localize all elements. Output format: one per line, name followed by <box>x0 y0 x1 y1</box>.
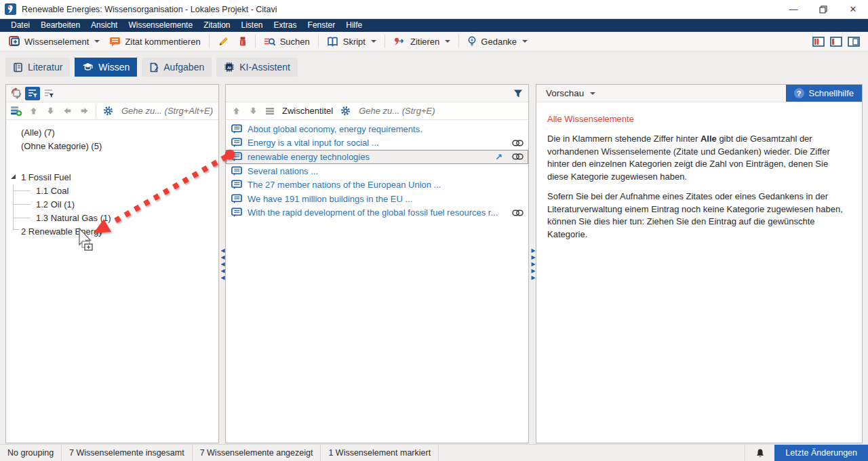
status-shown: 7 Wissenselemente angezeigt <box>193 445 321 461</box>
list-item[interactable]: Several nations ... <box>226 164 528 178</box>
menu-bearbeiten[interactable]: Bearbeiten <box>35 19 85 32</box>
menu-extras[interactable]: Extras <box>269 19 302 32</box>
tab-ki-assistent[interactable]: AI KI-Assistent <box>216 58 298 77</box>
arrow-down-icon <box>46 106 55 115</box>
tree-item-coal[interactable]: 1.1 Coal <box>6 184 218 197</box>
cite-label: Zitieren <box>410 37 439 47</box>
list-item-text: We have 191 million buildings in the EU … <box>248 194 524 204</box>
tree-spacer <box>6 153 218 170</box>
quick-help-label: Schnellhilfe <box>809 88 854 98</box>
search-button[interactable]: Suchen <box>259 35 315 49</box>
move-right-button[interactable] <box>77 104 92 118</box>
new-category-button[interactable] <box>9 104 24 118</box>
status-grouping[interactable]: No grouping <box>0 445 62 461</box>
show-categories-button[interactable] <box>25 87 40 100</box>
quick-help-button[interactable]: ? Schnellhilfe <box>786 85 863 102</box>
toolbar-separator <box>255 35 256 48</box>
graduation-cap-icon <box>82 62 94 72</box>
idea-button[interactable]: Gedanke <box>462 34 532 49</box>
script-label: Skript <box>343 37 366 47</box>
layout-one-pane-icon[interactable] <box>848 37 860 47</box>
list-item-selected[interactable]: renewable energy technologies ↗ <box>226 150 528 164</box>
toolbar-separator <box>458 35 459 48</box>
toolbar-separator <box>384 35 385 48</box>
tree-guide-line <box>13 218 31 218</box>
list-item[interactable]: We have 191 million buildings in the EU … <box>226 192 528 206</box>
tree-expander-icon[interactable] <box>11 174 16 179</box>
tree-item-renewable-energy[interactable]: 2 Renewable Energy <box>6 224 218 238</box>
notifications-button[interactable] <box>745 445 774 461</box>
tree-item-oil[interactable]: 1.2 Oil (1) <box>6 197 218 211</box>
filter-icon[interactable] <box>513 89 523 98</box>
tree-item-natural-gas-label: 1.3 Natural Gas (1) <box>36 213 111 223</box>
layout-two-pane-icon[interactable] <box>830 37 842 47</box>
layout-three-pane-icon[interactable] <box>812 37 825 47</box>
tree-item-natural-gas[interactable]: 1.3 Natural Gas (1) <box>6 211 218 224</box>
script-button[interactable]: Skript <box>322 35 381 49</box>
tree-item-fossil-fuel[interactable]: 1 Fossil Fuel <box>6 170 218 184</box>
tree-item-uncategorized[interactable]: (Ohne Kategorie) (5) <box>6 139 218 153</box>
item-up-button[interactable] <box>229 104 243 118</box>
move-down-button[interactable] <box>43 104 58 118</box>
tree-item-all[interactable]: (Alle) (7) <box>6 125 218 139</box>
menu-listen[interactable]: Listen <box>236 19 269 32</box>
pencil-icon <box>218 36 229 47</box>
cite-button[interactable]: Zitieren <box>389 35 455 49</box>
idea-icon <box>467 36 477 47</box>
tab-literatur[interactable]: Literatur <box>5 58 70 77</box>
move-left-button[interactable] <box>60 104 75 118</box>
menu-datei[interactable]: Datei <box>5 19 35 32</box>
item-down-button[interactable] <box>245 104 260 118</box>
list-item[interactable]: About global economy, energy requirement… <box>226 122 528 136</box>
menu-fenster[interactable]: Fenster <box>302 19 341 32</box>
knowledge-goto-input[interactable] <box>355 106 526 116</box>
list-filter-icon <box>43 88 54 98</box>
assign-categories-button[interactable] <box>9 87 24 100</box>
tab-aufgaben[interactable]: Aufgaben <box>142 58 212 77</box>
jump-to-source-icon[interactable]: ↗ <box>495 153 502 161</box>
tab-literatur-label: Literatur <box>28 62 62 73</box>
comment-quote-icon <box>109 37 121 47</box>
list-item-text: With the rapid development of the global… <box>248 207 507 218</box>
list-item[interactable]: Energy is a vital input for social ... <box>226 136 528 151</box>
list-item[interactable]: With the rapid development of the global… <box>226 206 528 220</box>
move-up-button[interactable] <box>26 104 41 118</box>
chevron-down-icon <box>590 92 595 95</box>
tree-item-coal-label: 1.1 Coal <box>36 186 68 196</box>
minimize-button[interactable]: — <box>778 0 808 18</box>
new-knowledge-item-button[interactable]: Wissenselement <box>4 34 104 49</box>
knowledge-settings-button[interactable] <box>338 104 353 118</box>
highlighter-button[interactable] <box>234 34 252 49</box>
recent-changes-button[interactable]: Letzte Änderungen <box>774 445 868 461</box>
search-label: Suchen <box>280 37 310 47</box>
category-list-icon <box>27 88 38 98</box>
category-goto-input[interactable] <box>117 106 216 116</box>
menu-wissenselemente[interactable]: Wissenselemente <box>123 19 198 32</box>
bell-icon <box>755 448 765 458</box>
subheading-button[interactable] <box>262 104 277 118</box>
categories-toolbar <box>6 85 218 102</box>
highlighter-icon <box>239 36 247 47</box>
categories-nav-toolbar <box>6 102 218 120</box>
search-icon <box>264 37 276 47</box>
close-button[interactable]: ✕ <box>838 0 868 18</box>
workspace-tabs: Literatur Wissen Aufgaben AI KI-Assisten… <box>0 52 868 83</box>
menu-hilfe[interactable]: Hilfe <box>340 19 368 32</box>
subheading-label[interactable]: Zwischentitel <box>279 106 336 116</box>
menu-ansicht[interactable]: Ansicht <box>85 19 123 32</box>
gear-icon <box>340 106 351 116</box>
preview-dropdown[interactable]: Vorschau <box>546 88 595 98</box>
chevron-down-icon <box>371 40 376 43</box>
tab-wissen[interactable]: Wissen <box>75 58 137 77</box>
menu-zitation[interactable]: Zitation <box>198 19 235 32</box>
comment-quote-button[interactable]: Zitat kommentieren <box>104 35 205 49</box>
list-item[interactable]: The 27 member nations of the European Un… <box>226 178 528 192</box>
restore-button[interactable] <box>808 0 838 18</box>
book-icon <box>13 62 23 73</box>
pencil-button[interactable] <box>213 34 234 49</box>
tree-item-renewable-energy-label: 2 Renewable Energy <box>21 226 103 237</box>
link-icon <box>512 153 524 160</box>
category-settings-button[interactable] <box>100 104 115 118</box>
chevron-down-icon <box>445 40 450 43</box>
filter-list-button[interactable] <box>41 87 56 100</box>
